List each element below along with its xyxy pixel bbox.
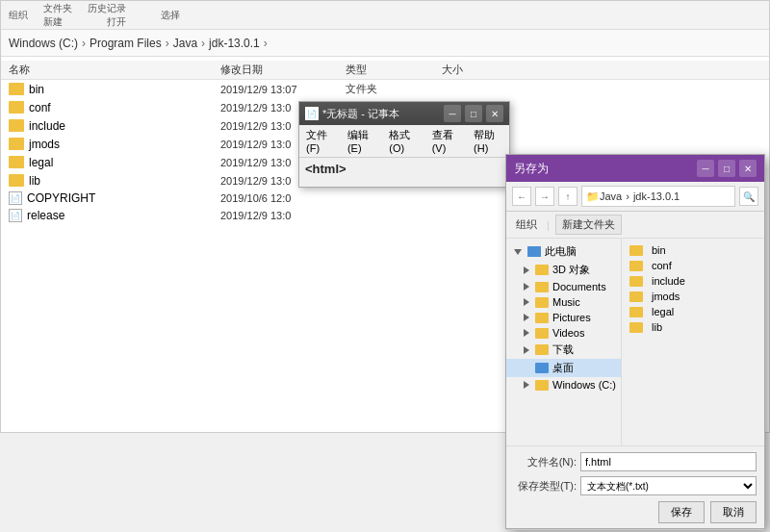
list-item[interactable]: include (626, 273, 760, 289)
saveas-breadcrumb[interactable]: 📁 Java › jdk-13.0.1 (581, 186, 735, 207)
saveas-sidebar-label: Windows (C:) (552, 379, 616, 391)
select-label[interactable]: 选择 (161, 9, 180, 22)
file-date: 2019/12/9 13:07 (220, 84, 346, 95)
nav-back-btn[interactable]: ← (512, 187, 531, 206)
list-item[interactable]: bin (626, 242, 760, 258)
sidebar-folder-icon (535, 297, 549, 308)
sidebar-folder-icon (535, 328, 549, 339)
saveas-body: 此电脑3D 对象DocumentsMusicPicturesVideos下载桌面… (506, 239, 764, 445)
file-icon: 📄 (9, 209, 22, 222)
saveas-sidebar-item[interactable]: Windows (C:) (506, 377, 621, 393)
sidebar-folder-icon (535, 265, 549, 275)
breadcrumb-java[interactable]: Java (173, 37, 197, 50)
folder-icon (9, 83, 24, 95)
sidebar-folder-icon (535, 344, 549, 355)
saveas-newdir-btn[interactable]: 新建文件夹 (555, 215, 622, 235)
expand-icon (524, 346, 529, 354)
saveas-sidebar-item[interactable]: 此电脑 (506, 242, 621, 261)
folder-icon (9, 156, 24, 168)
save-button[interactable]: 保存 (658, 501, 705, 523)
saveas-sidebar-item[interactable]: Pictures (506, 310, 621, 325)
saveas-sidebar-label: Documents (552, 281, 606, 292)
saveas-sidebar-item[interactable]: 3D 对象 (506, 261, 621, 279)
saveas-organize-btn[interactable]: 组织 (512, 216, 541, 233)
new-folder-label: 文件夹 新建 (43, 2, 72, 29)
saveas-sidebar-items: 此电脑3D 对象DocumentsMusicPicturesVideos下载桌面… (506, 242, 621, 393)
saveas-bc-jdk[interactable]: jdk-13.0.1 (633, 190, 680, 202)
saveas-maximize-btn[interactable]: □ (718, 160, 735, 177)
breadcrumb-windows[interactable]: Windows (C:) (9, 37, 78, 50)
folder-icon (9, 174, 24, 187)
folder-icon (629, 322, 643, 333)
select-group: 选择 (161, 9, 180, 22)
saveas-title: 另存为 (514, 161, 549, 177)
sidebar-folder-icon (535, 380, 549, 391)
saveas-bc-java[interactable]: Java (600, 190, 622, 202)
menu-help[interactable]: 帮助(H) (471, 127, 505, 155)
filename-input[interactable] (580, 452, 757, 471)
list-item[interactable]: jmods (626, 289, 760, 304)
saveas-titlebar: 另存为 ─ □ ✕ (506, 155, 764, 182)
organize-group: 组织 (9, 9, 28, 22)
file-name: bin (652, 244, 666, 256)
saveas-nav-toolbar: ← → ↑ 📁 Java › jdk-13.0.1 🔍 (506, 182, 764, 212)
open-label[interactable]: 打开 (107, 15, 126, 29)
notepad-maximize-btn[interactable]: □ (465, 105, 482, 122)
file-name: jmods (652, 291, 680, 302)
folder-icon (629, 245, 643, 256)
saveas-sidebar: 此电脑3D 对象DocumentsMusicPicturesVideos下载桌面… (506, 239, 622, 445)
folder-icon (9, 138, 24, 150)
notepad-close-btn[interactable]: ✕ (486, 105, 503, 122)
menu-file[interactable]: 文件(F) (303, 127, 337, 155)
list-item[interactable]: legal (626, 304, 760, 319)
saveas-sidebar-item[interactable]: Music (506, 294, 621, 310)
notepad-text: <html> (305, 162, 346, 176)
saveas-sidebar-label: 此电脑 (545, 244, 577, 259)
menu-view[interactable]: 查看(V) (429, 127, 463, 155)
saveas-sidebar-label: 下载 (552, 342, 574, 357)
col-type[interactable]: 类型 (346, 63, 442, 77)
file-date: 2019/12/9 13:0 (220, 210, 346, 221)
notepad-controls: ─ □ ✕ (444, 105, 503, 122)
saveas-close-btn[interactable]: ✕ (739, 160, 757, 177)
saveas-minimize-btn[interactable]: ─ (697, 160, 714, 177)
menu-edit[interactable]: 编辑(E) (345, 127, 378, 155)
sidebar-folder-icon (535, 313, 549, 323)
saveas-sidebar-item[interactable]: 桌面 (506, 359, 621, 377)
saveas-sidebar-item[interactable]: Documents (506, 279, 621, 294)
folder-icon (9, 101, 24, 114)
saveas-sidebar-item[interactable]: 下载 (506, 341, 621, 359)
list-item[interactable]: lib (626, 319, 760, 335)
file-date: 2019/10/6 12:0 (220, 192, 346, 204)
notepad-minimize-btn[interactable]: ─ (444, 105, 461, 122)
notepad-title-left: 📄 *无标题 - 记事本 (305, 107, 399, 121)
col-date[interactable]: 修改日期 (220, 63, 346, 77)
col-size[interactable]: 大小 (442, 63, 519, 77)
breadcrumb-programfiles[interactable]: Program Files (90, 37, 162, 50)
menu-format[interactable]: 格式(O) (386, 127, 421, 155)
search-btn[interactable]: 🔍 (739, 187, 758, 206)
list-item[interactable]: conf (626, 258, 760, 273)
file-name: conf (29, 101, 51, 114)
expand-icon (514, 249, 522, 255)
filetype-select[interactable]: 文本文档(*.txt) (580, 476, 757, 495)
saveas-sidebar-label: Pictures (552, 312, 591, 323)
saveas-sidebar-item[interactable]: Videos (506, 325, 621, 341)
table-row[interactable]: bin2019/12/9 13:07文件夹 (1, 80, 769, 98)
cancel-button[interactable]: 取消 (710, 501, 757, 523)
folder-icon (629, 276, 643, 287)
col-name[interactable]: 名称 (9, 63, 220, 77)
breadcrumb-jdk[interactable]: jdk-13.0.1 (209, 37, 260, 50)
open-group: 历史记录 打开 (88, 2, 145, 29)
folder-icon (9, 119, 24, 132)
organize-label[interactable]: 组织 (9, 9, 28, 22)
filename-label: 文件名(N): (514, 455, 577, 469)
notepad-content: <html> (299, 158, 509, 180)
saveas-file-items: binconfincludejmodslegallib (626, 242, 760, 335)
file-name: legal (29, 156, 53, 169)
nav-up-btn[interactable]: ↑ (558, 187, 578, 206)
file-name: include (29, 119, 65, 133)
address-bar[interactable]: Windows (C:) › Program Files › Java › jd… (1, 30, 769, 57)
nav-forward-btn[interactable]: → (535, 187, 554, 206)
saveas-dialog: 另存为 ─ □ ✕ ← → ↑ 📁 Java › jdk-13.0.1 🔍 组织… (505, 154, 765, 529)
